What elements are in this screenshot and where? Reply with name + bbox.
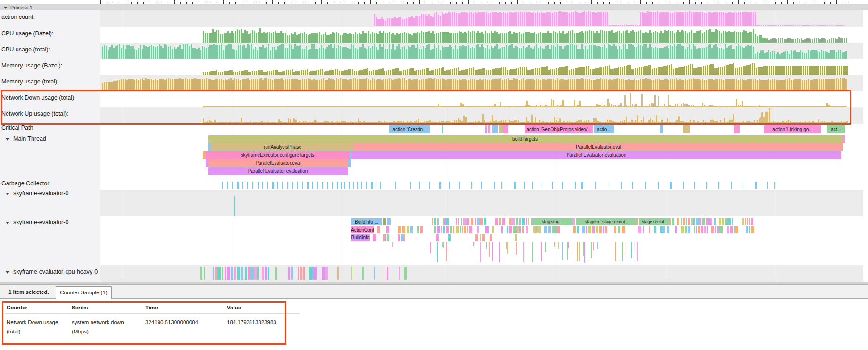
slice-dense[interactable]	[480, 234, 481, 241]
gc-tick[interactable]	[317, 182, 318, 189]
slice-dense[interactable]	[516, 218, 518, 225]
gc-tick[interactable]	[357, 182, 358, 189]
gc-tick[interactable]	[501, 182, 502, 189]
slice-dense[interactable]	[437, 218, 439, 225]
slice-sliver[interactable]	[503, 125, 508, 133]
gc-tick[interactable]	[767, 182, 768, 189]
column-header-series[interactable]: Series	[70, 303, 143, 314]
slice-dense[interactable]	[675, 226, 677, 233]
gc-tick[interactable]	[429, 182, 430, 189]
slice-sliver[interactable]	[208, 143, 211, 151]
gc-tick[interactable]	[267, 182, 268, 189]
slice-dense[interactable]	[399, 267, 400, 280]
slice-dense[interactable]	[404, 267, 407, 280]
slice-dense[interactable]	[681, 218, 682, 225]
slice-dense[interactable]	[492, 226, 494, 233]
slice-dense[interactable]	[511, 218, 515, 225]
slice-dense[interactable]	[660, 226, 662, 233]
slice-dense[interactable]	[234, 267, 236, 280]
slice-dense[interactable]	[535, 226, 537, 233]
gc-tick[interactable]	[481, 182, 482, 189]
gc-tick[interactable]	[575, 182, 576, 189]
gc-tick[interactable]	[252, 182, 253, 189]
gc-tick[interactable]	[247, 182, 248, 189]
slice-dense[interactable]	[456, 226, 459, 233]
gc-tick[interactable]	[514, 182, 516, 189]
slice-dense[interactable]	[262, 267, 264, 280]
slice-dense[interactable]	[482, 234, 485, 241]
gc-tick[interactable]	[307, 182, 309, 189]
slice-dense[interactable]	[719, 218, 721, 225]
slice-dense[interactable]	[727, 226, 729, 233]
slice-dense[interactable]	[685, 226, 687, 233]
slice-dense[interactable]	[725, 218, 727, 225]
gc-tick[interactable]	[439, 182, 441, 189]
slice-sliver[interactable]	[683, 125, 690, 133]
slice-dense[interactable]	[557, 226, 559, 233]
slice-dense[interactable]	[385, 234, 386, 241]
slice-dense[interactable]	[313, 267, 317, 280]
slice[interactable]: act...	[827, 125, 845, 133]
gc-tick[interactable]	[609, 182, 609, 189]
slice-dense[interactable]	[309, 267, 313, 280]
slice-dense[interactable]	[387, 267, 388, 280]
counter-chart-action_count[interactable]	[100, 11, 863, 26]
gc-tick[interactable]	[341, 182, 342, 189]
slice[interactable]: ParallelEvaluator.eval	[354, 143, 843, 151]
slice-dense[interactable]	[735, 226, 738, 233]
slice-dense[interactable]	[237, 267, 240, 280]
gc-tick[interactable]	[302, 182, 303, 189]
gc-tick[interactable]	[353, 182, 354, 189]
slice-dense[interactable]	[711, 218, 712, 225]
gc-tick[interactable]	[242, 182, 243, 189]
slice[interactable]: ActionConti...	[351, 226, 374, 233]
collapse-triangle-icon[interactable]	[6, 138, 9, 141]
slice-dense[interactable]	[477, 226, 479, 233]
counter-chart-cpu_total[interactable]	[100, 44, 863, 59]
slice-dense[interactable]	[362, 267, 364, 280]
slice-dense[interactable]	[204, 267, 205, 280]
slice-dense[interactable]	[444, 218, 446, 225]
gc-tick[interactable]	[232, 182, 233, 189]
gc-tick[interactable]	[344, 182, 345, 189]
slice-sliver[interactable]	[488, 125, 490, 133]
slice-dense[interactable]	[420, 226, 423, 233]
gc-tick[interactable]	[449, 182, 450, 189]
slice-sliver[interactable]	[383, 218, 386, 225]
gc-tick[interactable]	[282, 182, 283, 189]
track-label-thread[interactable]: Garbage Collector	[1, 180, 49, 187]
slice-dense[interactable]	[462, 226, 463, 233]
slice-dense[interactable]	[443, 218, 444, 225]
event-tick[interactable]	[234, 196, 235, 216]
slice-dense[interactable]	[460, 226, 461, 233]
slice-dense[interactable]	[200, 267, 202, 280]
track-label-counter[interactable]: Memory usage (total):	[1, 78, 59, 85]
track-label-thread[interactable]: skyframe-evaluator-cpu-heavy-0	[13, 268, 98, 275]
slice-dense[interactable]	[456, 218, 457, 225]
slice-dense[interactable]	[677, 218, 679, 225]
gc-tick[interactable]	[297, 182, 298, 189]
slice-dense[interactable]	[696, 218, 700, 225]
slice-dense[interactable]	[213, 267, 214, 280]
slice-dense[interactable]	[622, 226, 625, 233]
tab-counter-sample[interactable]: Counter Sample (1)	[56, 286, 112, 299]
slice-dense[interactable]	[734, 226, 735, 233]
collapse-triangle-icon[interactable]	[6, 271, 9, 274]
slice-dense[interactable]	[751, 226, 754, 233]
gc-tick[interactable]	[380, 182, 381, 189]
slice-dense[interactable]	[672, 218, 674, 225]
gc-tick[interactable]	[542, 182, 542, 189]
slice-dense[interactable]	[501, 226, 503, 233]
slice-sliver[interactable]	[842, 135, 845, 143]
slice-dense[interactable]	[698, 226, 700, 233]
gc-tick[interactable]	[645, 182, 646, 189]
slice-dense[interactable]	[245, 267, 247, 280]
slice-dense[interactable]	[559, 226, 560, 233]
gc-tick[interactable]	[376, 182, 376, 189]
slice[interactable]: stage.remot...	[640, 218, 670, 225]
slice-sliver[interactable]	[401, 234, 403, 241]
slice-dense[interactable]	[596, 226, 598, 233]
gc-tick[interactable]	[337, 182, 338, 189]
gc-tick[interactable]	[332, 182, 333, 189]
gc-tick[interactable]	[312, 182, 313, 189]
